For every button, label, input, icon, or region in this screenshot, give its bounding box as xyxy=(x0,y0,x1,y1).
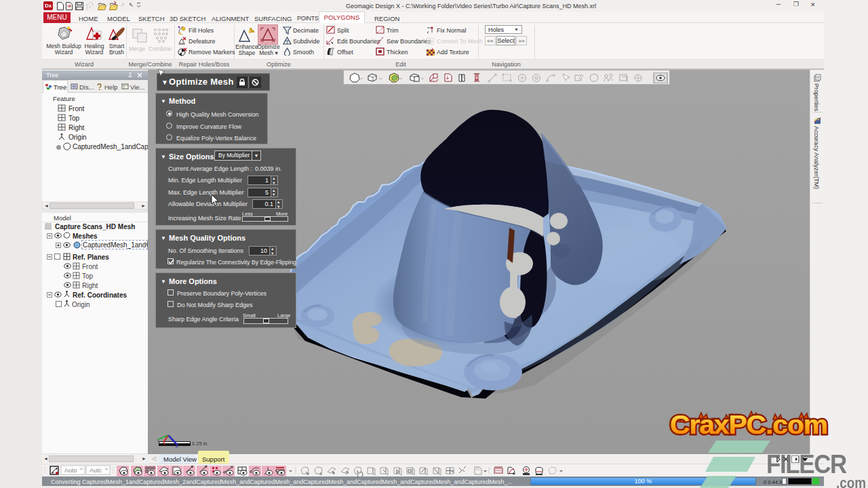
svg-text:CraxPC.com: CraxPC.com xyxy=(670,411,827,439)
svg-text:Z: Z xyxy=(176,444,178,448)
svg-text:Autc: Autc xyxy=(90,467,102,474)
svg-text:Auto: Auto xyxy=(64,467,77,474)
svg-text:X: X xyxy=(163,442,165,446)
svg-text:Y: Y xyxy=(157,439,159,443)
